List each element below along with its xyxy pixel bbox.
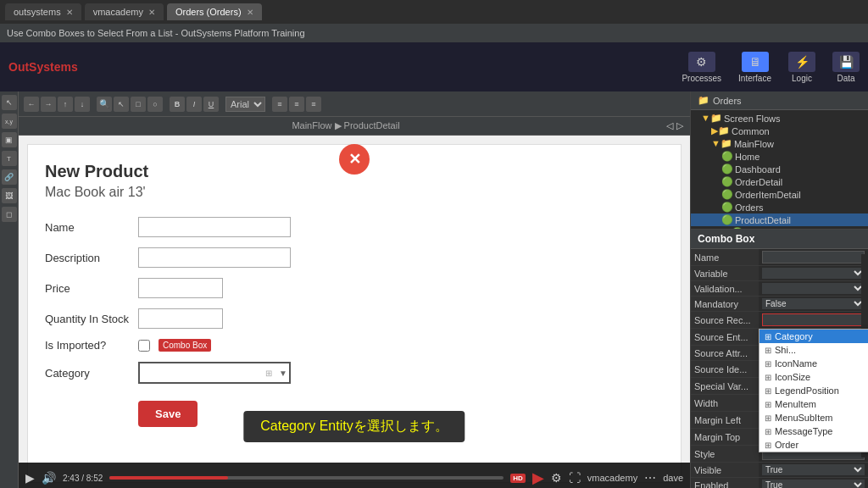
align-left[interactable]: ≡ [272,97,287,112]
bold-button[interactable]: B [170,97,185,112]
prop-mandatory-val[interactable]: FalseTrue [759,297,868,311]
is-imported-checkbox[interactable] [138,340,150,352]
undo-button[interactable]: ← [24,97,39,112]
redo-button[interactable]: → [41,97,56,112]
prop-enabled: Enabled True [691,478,868,488]
settings-icon[interactable]: ⚙ [551,471,562,485]
prop-visible-select[interactable]: True [762,464,865,475]
prop-validation-select[interactable] [762,283,865,294]
tree-header-label: Orders [713,96,742,106]
down-button[interactable]: ↓ [75,97,90,112]
tree-item-mainflow[interactable]: ▼📁 MainFlow [691,137,868,150]
square-button[interactable]: □ [131,97,146,112]
tree-item-orderdetail[interactable]: 🟢 OrderDetail [691,175,868,188]
description-row: Description [45,247,664,268]
prop-source-rec-val[interactable] [759,312,868,328]
logic-button[interactable]: ⚡ Logic [788,52,815,83]
description-input[interactable] [138,247,291,268]
prop-source-ent: Source Ent... ⊞ Category ⊞ Shi... [691,329,868,346]
os-toolbar: OutSystems ⚙ Processes 🖥 Interface ⚡ Log… [0,42,868,92]
expand-icon[interactable]: ▷ [676,120,683,131]
dropdown-item-category[interactable]: ⊞ Category [760,330,868,343]
source-dropdown[interactable]: ⊞ Category ⊞ Shi... ⊞ IconName [759,329,868,452]
tool-xy[interactable]: x,y [2,114,17,129]
prop-source-rec-input[interactable] [762,313,865,326]
dropdown-item-legendposition[interactable]: ⊞ LegendPosition [760,384,868,397]
browser-tab-outsystems[interactable]: outsystems ✕ [5,3,81,20]
prop-name-input[interactable] [762,251,865,263]
tool-link[interactable]: 🔗 [2,169,17,185]
grid-icon: ⊞ [765,332,771,341]
interface-button[interactable]: 🖥 Interface [738,52,771,83]
tool-shapes[interactable]: ◻ [2,207,17,222]
tool-image[interactable]: 🖼 [2,188,17,203]
dropdown-item-order[interactable]: ⊞ Order [760,438,868,452]
tab-close[interactable]: ✕ [247,8,253,17]
name-label: Name [45,221,130,234]
prop-source-ent-val[interactable]: ⊞ Category ⊞ Shi... ⊞ IconName [759,329,868,345]
prop-variable: Variable [691,266,868,281]
italic-button[interactable]: I [186,97,202,112]
collapse-icon[interactable]: ◁ [666,120,673,131]
tree-item-dashboard[interactable]: 🟢 Dashboard [691,163,868,175]
tab-close[interactable]: ✕ [66,8,73,17]
prop-margin-left-key: Margin Left [691,412,759,428]
underline-button[interactable]: U [203,97,219,112]
screen-icon: 🟢 [721,189,733,200]
grid-icon: ⊞ [765,386,771,396]
browser-tab-vmacademy[interactable]: vmacademy ✕ [85,3,164,20]
up-button[interactable]: ↑ [58,97,73,112]
save-button[interactable]: Save [138,401,198,427]
tool-cursor[interactable]: ↖ [2,95,17,110]
dropdown-item-iconname[interactable]: ⊞ IconName [760,357,868,370]
tab-close[interactable]: ✕ [148,8,155,17]
tree-item-productdetail[interactable]: 🟢 ProductDetail [691,214,868,226]
prop-variable-val[interactable] [759,266,868,280]
prop-enabled-val[interactable]: True [759,478,868,488]
align-center[interactable]: ≡ [289,97,304,112]
processes-button[interactable]: ⚙ Processes [682,52,721,83]
video-progress-bar[interactable] [109,476,504,480]
tool-widget[interactable]: ▣ [2,132,17,147]
tree-item-orderitemdetail[interactable]: 🟢 OrderItemDetail [691,188,868,201]
prop-name-val[interactable] [759,249,868,265]
price-input[interactable] [138,278,223,298]
font-select[interactable]: Arial [225,97,265,112]
circle-button[interactable]: ○ [147,97,163,112]
combo-box-tooltip: Combo Box [159,339,211,352]
prop-variable-select[interactable] [762,268,865,279]
quantity-input[interactable] [138,308,223,329]
category-row: Category ▼ ⊞ [45,362,664,384]
data-button[interactable]: 💾 Data [832,52,860,83]
dropdown-item-messagetype[interactable]: ⊞ MessageType [760,424,868,438]
magnify-button[interactable]: 🔍 [97,97,112,112]
prop-validation-key: Validation... [691,281,759,296]
tree-item-common[interactable]: ▶📁 Common [691,125,868,137]
dropdown-item-iconsize[interactable]: ⊞ IconSize [760,370,868,384]
tree-area[interactable]: ▼📁 Screen Flows ▶📁 Common ▼📁 MainFlow 🟢 … [691,110,868,229]
volume-icon[interactable]: 🔊 [42,471,56,485]
prop-visible-val[interactable]: True [759,463,868,477]
tree-item-orders[interactable]: 🟢 Orders [691,201,868,214]
dropdown-item-menuitem[interactable]: ⊞ MenuItem [760,397,868,411]
prop-mandatory-select[interactable]: FalseTrue [762,298,865,309]
align-right[interactable]: ≡ [306,97,321,112]
prop-validation-val[interactable] [759,281,868,296]
tool-text[interactable]: T [2,151,17,166]
main-canvas-wrapper: ← → ↑ ↓ 🔍 ↖ □ ○ B I U Arial ≡ ≡ [19,92,690,488]
dropdown-item-shi[interactable]: ⊞ Shi... [760,343,868,357]
tree-item-screen-flows[interactable]: ▼📁 Screen Flows [691,112,868,125]
price-row: Price [45,278,664,298]
vmacademy-label: vmacademy [587,473,637,483]
pointer-button[interactable]: ↖ [114,97,129,112]
more-icon[interactable]: ⋯ [644,471,656,485]
browser-tab-orders[interactable]: Orders (Orders) ✕ [167,3,262,20]
fullscreen-icon[interactable]: ⛶ [569,471,581,485]
play-button[interactable]: ▶ [25,471,35,485]
prop-enabled-select[interactable]: True [762,480,865,488]
dropdown-item-menusubitem[interactable]: ⊞ MenuSubItem [760,411,868,424]
youtube-icon[interactable]: ▶ [532,469,544,487]
tree-item-home[interactable]: 🟢 Home [691,150,868,163]
name-input[interactable] [138,217,291,237]
close-button[interactable]: ✕ [339,144,370,175]
